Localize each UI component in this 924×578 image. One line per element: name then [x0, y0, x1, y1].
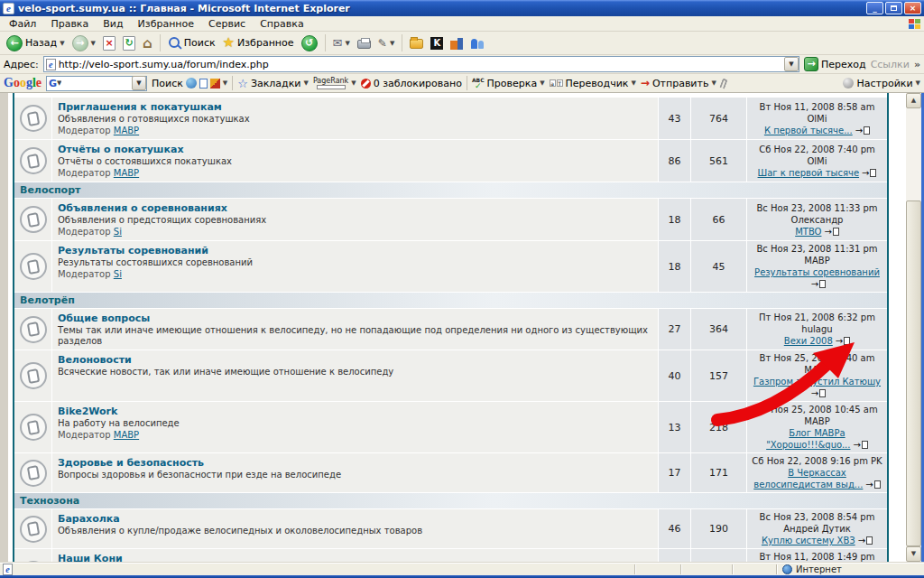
last-topic-link[interactable]: К первой тысяче...	[764, 126, 853, 135]
latest-post-icon[interactable]: →	[811, 278, 826, 290]
forum-moderator-line: Модератор MABP	[58, 168, 652, 179]
category-title[interactable]: Технозона	[20, 495, 79, 507]
forum-name-link[interactable]: Приглашения к покатушкам	[58, 101, 652, 113]
links-toolbar-label[interactable]: Ссылки	[871, 59, 910, 70]
back-caret-icon[interactable]: ▼	[60, 40, 64, 47]
latest-post-icon[interactable]: →	[836, 335, 850, 347]
forward-button[interactable]: → ▼	[69, 34, 98, 52]
latest-post-icon[interactable]: →	[862, 167, 876, 179]
send-button[interactable]: → Отправить ▼	[641, 77, 716, 89]
restore-button[interactable]	[885, 2, 902, 14]
print-button[interactable]	[355, 36, 374, 50]
search-button[interactable]: Поиск	[165, 35, 218, 51]
google-settings-button[interactable]: Настройки ▼	[843, 78, 920, 89]
kaspersky-button[interactable]: K	[428, 36, 446, 51]
forum-row: Наши Кони Описания, фотографии, обсужден…	[14, 549, 887, 562]
messenger-button[interactable]	[467, 36, 487, 51]
google-search-box[interactable]: G ▼ ▼	[46, 76, 147, 91]
forum-moderator-line: Модератор Si	[58, 227, 652, 238]
scroll-down-button[interactable]: ▼	[906, 546, 921, 562]
scroll-up-button[interactable]: ▲	[906, 93, 921, 108]
forum-description: Темы так или иначе имеющие отношения к в…	[58, 325, 652, 347]
scrollbar-thumb[interactable]	[906, 200, 921, 546]
category-title[interactable]: Велотрёп	[20, 294, 75, 306]
last-topic-link[interactable]: Вехи 2008	[784, 336, 833, 346]
last-topic-link[interactable]: Блог MABPа "Хорошо!!!&quo...	[766, 428, 850, 450]
latest-post-icon[interactable]: →	[855, 125, 870, 136]
mail-caret-icon[interactable]: ▼	[345, 40, 349, 47]
addon-button[interactable]	[448, 36, 466, 51]
moderator-link[interactable]: MABP	[114, 126, 139, 135]
forum-name-link[interactable]: Общие вопросы	[58, 312, 652, 324]
last-topic-link[interactable]: Куплю систему ХВЗ	[762, 536, 855, 545]
address-input[interactable]	[56, 59, 784, 70]
latest-post-icon[interactable]: →	[858, 535, 873, 546]
stop-button[interactable]: ×	[100, 35, 118, 51]
edit-button[interactable]: ✎ ▼	[375, 36, 397, 51]
site-search-icon[interactable]	[199, 79, 208, 89]
latest-post-icon[interactable]: →	[811, 387, 826, 399]
lucky-icon[interactable]	[210, 79, 220, 89]
google-search-dropdown[interactable]: ▼	[132, 76, 146, 90]
menu-edit[interactable]: Правка	[43, 17, 96, 31]
minimize-button[interactable]: _	[866, 2, 883, 14]
moderator-link[interactable]: MABP	[114, 168, 139, 178]
last-topic-link[interactable]: Результаты соревнований	[754, 267, 880, 277]
moderator-link[interactable]: MABP	[114, 430, 139, 440]
close-button[interactable]: ×	[904, 2, 921, 14]
menu-view[interactable]: Вид	[96, 17, 130, 31]
spellcheck-caret-icon[interactable]: ▼	[540, 79, 544, 87]
forum-name-link[interactable]: Отчёты о покатушках	[58, 144, 652, 155]
last-topic-link[interactable]: Шаг к первой тысяче	[758, 168, 860, 178]
forum-name-link[interactable]: Наши Кони	[58, 553, 652, 562]
latest-post-icon[interactable]: →	[824, 226, 838, 238]
address-dropdown-button[interactable]: ▼	[784, 57, 799, 71]
latest-post-icon[interactable]: →	[853, 439, 867, 451]
home-button[interactable]: ⌂	[140, 35, 155, 51]
forum-row: Объявления о соревнованиях Объявления о …	[14, 199, 887, 241]
forum-name-link[interactable]: Результаты соревнований	[58, 245, 652, 256]
moderator-link[interactable]: Si	[114, 269, 122, 279]
menu-file[interactable]: Файл	[2, 17, 43, 31]
mail-button[interactable]: ✉ ▼	[330, 36, 353, 51]
category-title[interactable]: Велоспорт	[20, 184, 80, 196]
pagerank-caret-icon[interactable]: ▼	[351, 79, 356, 87]
edit-caret-icon[interactable]: ▼	[390, 40, 394, 47]
menu-help[interactable]: Справка	[253, 17, 310, 31]
forum-name-link[interactable]: Bike2Work	[58, 406, 652, 417]
spellcheck-button[interactable]: ABC ✓ Проверка ▼	[472, 78, 545, 89]
translate-caret-icon[interactable]: ▼	[631, 79, 635, 87]
go-button[interactable]: → Переход	[804, 57, 866, 71]
pagerank-indicator[interactable]: PageRank ▼	[313, 78, 356, 89]
forum-name-link[interactable]: Здоровье и безопасность	[58, 457, 652, 469]
forum-name-link[interactable]: Велоновости	[58, 354, 652, 366]
google-toolbar: Google G ▼ ▼ Поиск ▼ ☆ Закладки ▼ PageRa…	[0, 74, 924, 93]
menu-tools[interactable]: Сервис	[201, 17, 253, 31]
search-options-caret-icon[interactable]: ▼	[223, 79, 227, 87]
last-topic-link[interactable]: В Черкассах велосипедистам выд...	[753, 468, 863, 489]
vertical-scrollbar[interactable]: ▲ ▼	[906, 93, 921, 562]
title-bar[interactable]: e velo-sport.sumy.ua :: Главная - Micros…	[0, 0, 924, 16]
last-topic-link[interactable]: MTBO	[795, 227, 821, 237]
google-search-input[interactable]	[61, 78, 132, 89]
menu-favorites[interactable]: Избранное	[131, 17, 201, 31]
folders-button[interactable]	[407, 36, 426, 50]
translate-button[interactable]: аT Переводчик ▼	[550, 78, 636, 89]
autofill-icon[interactable]	[719, 78, 727, 89]
earth-icon[interactable]	[186, 78, 197, 89]
popup-blocker-button[interactable]: 0 заблокировано	[361, 78, 462, 89]
last-topic-link[interactable]: Газпром запустил Катюшу	[753, 377, 881, 387]
refresh-button[interactable]: ↻	[120, 35, 138, 51]
back-button[interactable]: ← Назад ▼	[4, 34, 68, 52]
history-button[interactable]: ↺	[299, 34, 320, 52]
forum-name-link[interactable]: Барахолка	[58, 513, 652, 525]
latest-post-icon[interactable]: →	[865, 479, 880, 490]
moderator-link[interactable]: Si	[114, 227, 122, 237]
google-search-button[interactable]: Поиск ▼	[152, 78, 227, 89]
forum-name-link[interactable]: Объявления о соревнованиях	[58, 202, 652, 214]
send-caret-icon[interactable]: ▼	[711, 79, 716, 87]
links-chevron-icon[interactable]: »	[914, 59, 920, 70]
favorites-button[interactable]: ★ Избранное	[220, 35, 297, 51]
toolbar-separator	[160, 34, 161, 51]
bookmarks-button[interactable]: ☆ Закладки ▼	[237, 78, 309, 89]
